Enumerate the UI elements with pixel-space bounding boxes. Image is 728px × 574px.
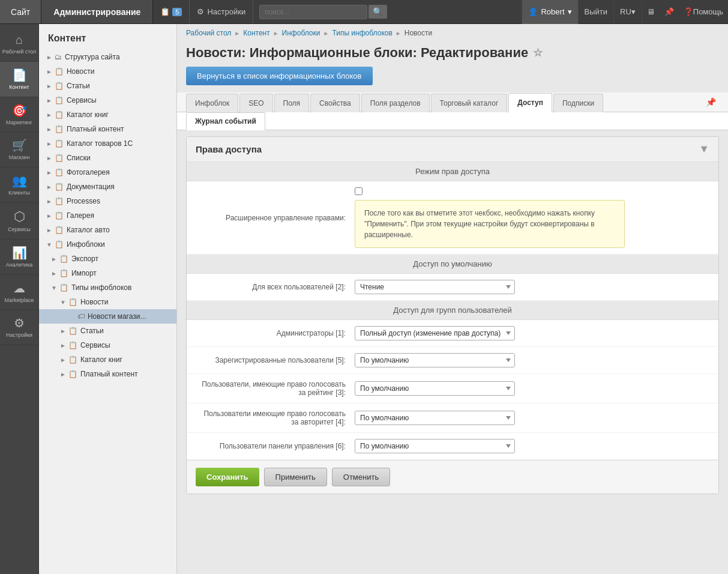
sidebar-label: Новости <box>67 67 172 76</box>
panel-header: Права доступа ▼ <box>187 137 718 162</box>
cancel-button[interactable]: Отменить <box>332 468 390 486</box>
sidebar-item-docs[interactable]: ► 📋 Документация <box>39 180 176 194</box>
site-tab[interactable]: Сайт <box>0 0 41 23</box>
page-icon: 📋 <box>68 298 77 306</box>
page-icon: 📋 <box>55 211 64 220</box>
cloud-icon: ☁ <box>13 281 25 295</box>
registered-select-wrapper: По умолчанию Чтение Запись Запрет Полный… <box>355 353 515 367</box>
sub-tab-event-log[interactable]: Журнал событий <box>186 112 265 130</box>
sidebar-label: Статьи <box>80 327 172 335</box>
nav-item-settings[interactable]: ⚙ Настройки <box>0 310 38 345</box>
search-button[interactable]: 🔍 <box>369 5 387 19</box>
arrow-icon: ► <box>46 227 52 234</box>
nav-item-content[interactable]: 📄 Контент <box>0 62 38 97</box>
lang-btn[interactable]: RU ▾ <box>614 0 642 24</box>
settings-btn[interactable]: ⚙ Настройки <box>190 0 253 23</box>
sidebar-item-autocat[interactable]: ► 📋 Каталог авто <box>39 223 176 237</box>
nav-item-services[interactable]: ⬡ Сервисы <box>0 203 38 240</box>
sidebar-item-bookcat[interactable]: ► 📋 Каталог книг <box>39 107 176 122</box>
sidebar-item-export[interactable]: ► 📋 Экспорт <box>39 252 176 266</box>
nav-item-shop[interactable]: 🛒 Магазин <box>0 132 38 168</box>
authority-voters-label: Пользователи имеющие право голосовать за… <box>199 409 355 426</box>
page-icon: 📋 <box>55 67 64 76</box>
arrow-icon: ► <box>60 328 66 334</box>
page-icon: 📋 <box>68 370 77 378</box>
sidebar-item-news-shop[interactable]: ► 🏷 Новости магази... <box>39 309 176 324</box>
nav-item-desktop[interactable]: ⌂ Рабочий стол <box>0 27 38 62</box>
sidebar-item-news-type[interactable]: ▼ 📋 Новости <box>39 295 176 309</box>
exit-btn[interactable]: Выйти <box>579 0 615 24</box>
sidebar-label: Типы инфоблоков <box>71 283 172 292</box>
rating-voters-label: Пользователи, имеющие право голосовать з… <box>199 380 355 397</box>
advanced-checkbox[interactable] <box>355 187 362 195</box>
breadcrumb-sep: ► <box>273 30 279 37</box>
collapse-icon[interactable]: ▼ <box>699 143 709 156</box>
lang-chevron: ▾ <box>631 7 636 16</box>
pin-icon-btn[interactable]: 📌 <box>660 0 679 24</box>
notifications-btn[interactable]: 📋 5 <box>153 0 190 23</box>
home-icon: ⌂ <box>16 33 23 47</box>
all-users-row: Для всех пользователей [2]: Чтение По ум… <box>187 274 718 301</box>
tab-subscriptions[interactable]: Подписки <box>553 94 603 112</box>
sidebar-item-import[interactable]: ► 📋 Импорт <box>39 266 176 280</box>
pin-tab-icon[interactable]: 📌 <box>703 92 719 112</box>
tab-access[interactable]: Доступ <box>508 93 552 112</box>
admin-panel-select-wrapper: По умолчанию Чтение Запись Запрет Полный… <box>355 439 515 453</box>
tab-properties[interactable]: Свойства <box>310 94 360 112</box>
registered-users-select[interactable]: По умолчанию Чтение Запись Запрет Полный… <box>355 353 515 367</box>
admin-tab[interactable]: Администрирование <box>41 0 153 23</box>
breadcrumb-infoblocks[interactable]: Инфоблоки <box>282 29 320 37</box>
breadcrumb-desktop[interactable]: Рабочий стол <box>186 29 231 37</box>
nav-label-shop: Магазин <box>9 154 30 161</box>
apply-button[interactable]: Применить <box>264 468 327 486</box>
sidebar-item-structure[interactable]: ► 🗂 Структура сайта <box>39 50 176 64</box>
tab-trade-catalog[interactable]: Торговый каталог <box>431 94 508 112</box>
sidebar-item-services-type[interactable]: ► 📋 Сервисы <box>39 338 176 352</box>
sidebar-item-gallery[interactable]: ► 📋 Фотогалерея <box>39 165 176 180</box>
save-button[interactable]: Сохранить <box>196 468 259 486</box>
favorite-star-icon[interactable]: ☆ <box>533 46 543 59</box>
rating-voters-select[interactable]: По умолчанию Чтение Запись Запрет Полный… <box>355 381 515 396</box>
tab-infoblok[interactable]: Инфоблок <box>186 94 238 112</box>
top-bar: Сайт Администрирование 📋 5 ⚙ Настройки 🔍… <box>0 0 728 24</box>
sub-tabs-container: Журнал событий <box>177 112 728 130</box>
admin-panel-users-select[interactable]: По умолчанию Чтение Запись Запрет Полный… <box>355 439 515 453</box>
all-users-select[interactable]: Чтение По умолчанию Полный доступ (измен… <box>355 280 515 294</box>
admin-select[interactable]: Полный доступ (изменение прав доступа) П… <box>355 326 515 340</box>
sidebar-item-paid[interactable]: ► 📋 Платный контент <box>39 122 176 136</box>
sidebar-item-processes[interactable]: ► 📋 Processes <box>39 194 176 208</box>
sidebar-item-articles[interactable]: ► 📋 Статьи <box>39 79 176 93</box>
tab-section-fields[interactable]: Поля разделов <box>361 94 430 112</box>
nav-item-marketplace[interactable]: ☁ Marketplace <box>0 275 38 310</box>
info-box: После того как вы отметите этот чекбокс,… <box>355 200 625 248</box>
sidebar-item-paid-type[interactable]: ► 📋 Платный контент <box>39 367 176 381</box>
sidebar-item-news[interactable]: ► 📋 Новости <box>39 64 176 79</box>
monitor-icon-btn[interactable]: 🖥 <box>642 0 660 24</box>
breadcrumb: Рабочий стол ► Контент ► Инфоблоки ► Тип… <box>177 24 728 42</box>
sidebar-item-infotypes[interactable]: ▼ 📋 Типы инфоблоков <box>39 280 176 295</box>
user-menu[interactable]: 👤 Robert ▾ <box>522 0 578 24</box>
nav-item-clients[interactable]: 👥 Клиенты <box>0 168 38 203</box>
sidebar-item-services[interactable]: ► 📋 Сервисы <box>39 93 176 107</box>
back-to-list-button[interactable]: Вернуться в список информационных блоков <box>186 67 373 85</box>
admin-select-wrapper: Полный доступ (изменение прав доступа) П… <box>355 326 515 340</box>
advanced-control: После того как вы отметите этот чекбокс,… <box>355 187 706 248</box>
nav-item-marketing[interactable]: 🎯 Маркетинг <box>0 97 38 133</box>
sidebar-item-books-type[interactable]: ► 📋 Каталог книг <box>39 352 176 367</box>
sidebar-item-articles-type[interactable]: ► 📋 Статьи <box>39 324 176 338</box>
breadcrumb-content[interactable]: Контент <box>243 29 269 37</box>
tab-fields[interactable]: Поля <box>274 94 310 112</box>
lang-label: RU <box>620 7 631 16</box>
sidebar-item-lists[interactable]: ► 📋 Списки <box>39 151 176 165</box>
sidebar-label: Новости магази... <box>88 312 172 321</box>
search-input[interactable] <box>259 5 367 19</box>
breadcrumb-types[interactable]: Типы инфоблоков <box>332 29 392 37</box>
sidebar-item-photogallery[interactable]: ► 📋 Галерея <box>39 208 176 223</box>
sidebar-item-cat1c[interactable]: ► 📋 Каталог товаров 1С <box>39 136 176 151</box>
help-btn[interactable]: ❓ Помощь <box>679 0 728 24</box>
sidebar-item-infoblocks[interactable]: ▼ 📋 Инфоблоки <box>39 237 176 252</box>
nav-item-analytics[interactable]: 📊 Аналитика <box>0 240 38 275</box>
authority-voters-select[interactable]: По умолчанию Чтение Запись Запрет Полный… <box>355 411 515 425</box>
shop-icon: 🛒 <box>12 138 27 153</box>
tab-seo[interactable]: SEO <box>239 94 272 112</box>
